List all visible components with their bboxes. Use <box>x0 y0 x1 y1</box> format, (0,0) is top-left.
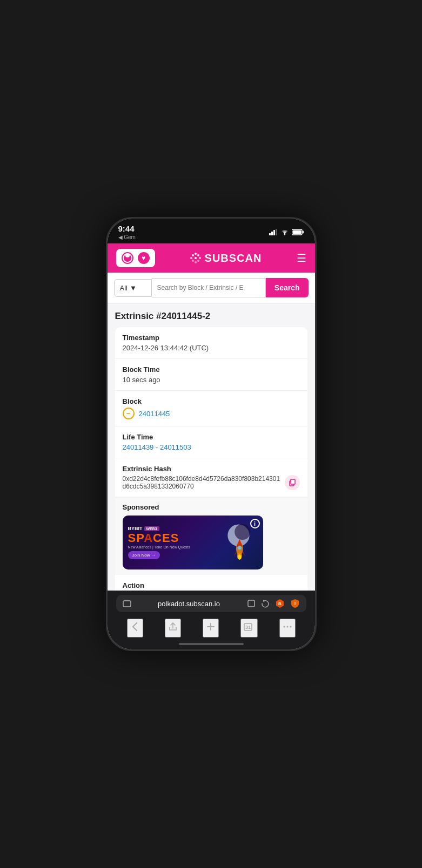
lifetime-from: 24011439 <box>123 443 154 451</box>
wifi-icon <box>280 229 289 235</box>
url-bar: polkadot.subscan.io B ! <box>116 595 306 612</box>
hash-row: Extrinsic Hash 0xd22d4c8fefb88c106fde8d4… <box>115 458 307 497</box>
heart-icon: ♥ <box>138 252 150 264</box>
ad-banner[interactable]: i BYBIT WEB3 SPacES New Alliances | Take… <box>123 516 263 569</box>
block-number[interactable]: 24011445 <box>139 410 170 418</box>
svg-rect-28 <box>123 601 131 607</box>
svg-rect-18 <box>291 479 295 484</box>
join-now-button[interactable]: Join Now → <box>128 551 160 559</box>
svg-rect-29 <box>124 600 130 601</box>
svg-point-20 <box>235 524 250 539</box>
tabs-icon <box>247 599 256 608</box>
svg-rect-1 <box>271 232 273 235</box>
detail-card: Timestamp 2024-12-26 13:44:42 (UTC) Bloc… <box>115 327 307 591</box>
sponsored-section: Sponsored i BYBIT WEB3 SPacES New Allian… <box>115 497 307 575</box>
svg-point-41 <box>286 626 288 628</box>
subscan-logo-dots <box>190 252 202 264</box>
hash-label: Extrinsic Hash <box>123 465 300 473</box>
rocket-illustration <box>224 523 253 563</box>
back-button[interactable] <box>127 619 143 638</box>
lifetime-row: Life Time 24011439 - 24011503 <box>115 426 307 458</box>
svg-point-8 <box>192 254 194 256</box>
svg-point-10 <box>197 254 199 256</box>
block-time-row: Block Time 10 secs ago <box>115 359 307 391</box>
svg-point-26 <box>238 554 242 559</box>
svg-text:31: 31 <box>245 625 250 630</box>
search-input[interactable] <box>152 278 266 297</box>
svg-point-4 <box>284 234 285 235</box>
svg-text:!: ! <box>294 601 296 606</box>
svg-marker-24 <box>243 552 246 557</box>
svg-point-27 <box>238 546 242 550</box>
status-back: ◀ Gem <box>118 234 136 240</box>
ad-text-area: BYBIT WEB3 SPacES New Alliances | Take O… <box>128 526 220 559</box>
svg-rect-0 <box>269 233 271 235</box>
search-dropdown[interactable]: All ▼ <box>114 279 152 297</box>
header-logo-area: ♥ <box>116 249 155 267</box>
subscan-logo: SUBSCAN <box>190 252 262 265</box>
search-button[interactable]: Search <box>266 278 309 297</box>
more-button[interactable] <box>279 619 296 638</box>
browser-actions: 31 <box>116 616 306 640</box>
block-time-label: Block Time <box>123 365 300 374</box>
copy-button[interactable] <box>285 475 300 490</box>
page-content: Extrinsic #24011445-2 Timestamp 2024-12-… <box>108 303 315 591</box>
header: ♥ SUBSCAN ☰ <box>108 243 315 273</box>
signal-icon <box>269 229 278 235</box>
polkadot-icon <box>122 252 133 264</box>
web3-badge: WEB3 <box>144 526 159 531</box>
timestamp-row: Timestamp 2024-12-26 13:44:42 (UTC) <box>115 327 307 359</box>
svg-rect-30 <box>248 600 254 607</box>
notch <box>179 219 244 234</box>
dropdown-arrow: ▼ <box>130 284 137 292</box>
bybit-tag: BYBIT WEB3 <box>128 526 220 531</box>
url-text: polkadot.subscan.io <box>131 600 247 608</box>
hamburger-menu[interactable]: ☰ <box>297 253 306 263</box>
svg-rect-3 <box>276 229 277 235</box>
add-tab-button[interactable] <box>203 619 219 638</box>
subscan-text: SUBSCAN <box>205 252 262 265</box>
lifetime-value[interactable]: 24011439 - 24011503 <box>123 443 300 451</box>
svg-point-13 <box>199 257 201 259</box>
block-time-value: 10 secs ago <box>123 376 300 384</box>
brave-icon: B <box>275 599 285 608</box>
copy-icon <box>289 479 296 486</box>
svg-point-16 <box>197 260 199 262</box>
svg-point-15 <box>195 261 197 263</box>
share-button[interactable] <box>165 619 181 638</box>
svg-point-9 <box>195 253 197 255</box>
svg-rect-2 <box>273 230 275 235</box>
block-value-area: − 24011445 <box>123 408 300 419</box>
extrinsic-title: Extrinsic #24011445-2 <box>115 311 307 322</box>
svg-text:B: B <box>278 601 282 606</box>
status-icons <box>269 229 304 235</box>
lifetime-to: 24011503 <box>160 443 191 451</box>
svg-point-11 <box>190 257 192 259</box>
rocket-area <box>220 523 258 563</box>
reload-icon[interactable] <box>261 599 270 608</box>
tabs-button[interactable]: 31 <box>240 619 258 638</box>
hash-value-area: 0xd22d4c8fefb88c106fde8d4d5726da830f803b… <box>123 475 300 490</box>
tab-icon <box>123 599 131 608</box>
svg-point-14 <box>192 260 194 262</box>
battery-icon <box>292 229 304 235</box>
svg-rect-7 <box>293 230 302 234</box>
hash-value: 0xd22d4c8fefb88c106fde8d4d5726da830f803b… <box>123 475 280 490</box>
status-time: 9:44 <box>118 224 136 233</box>
header-icons-box[interactable]: ♥ <box>116 249 155 267</box>
svg-rect-6 <box>303 231 304 234</box>
timestamp-value: 2024-12-26 13:44:42 (UTC) <box>123 344 300 352</box>
svg-marker-23 <box>233 552 237 557</box>
bybit-brand: BYBIT <box>128 526 143 531</box>
svg-point-42 <box>290 626 291 628</box>
bottom-browser-bar: polkadot.subscan.io B ! <box>108 591 315 649</box>
ad-info-button[interactable]: i <box>250 519 260 528</box>
block-row: Block − 24011445 <box>115 391 307 426</box>
dropdown-value: All <box>120 284 128 292</box>
search-bar: All ▼ Search <box>108 273 315 303</box>
shield-alert-icon: ! <box>290 599 300 608</box>
action-label: Action <box>123 581 300 589</box>
sponsored-label: Sponsored <box>123 503 300 511</box>
timestamp-label: Timestamp <box>123 334 300 342</box>
lifetime-separator: - <box>156 443 160 451</box>
